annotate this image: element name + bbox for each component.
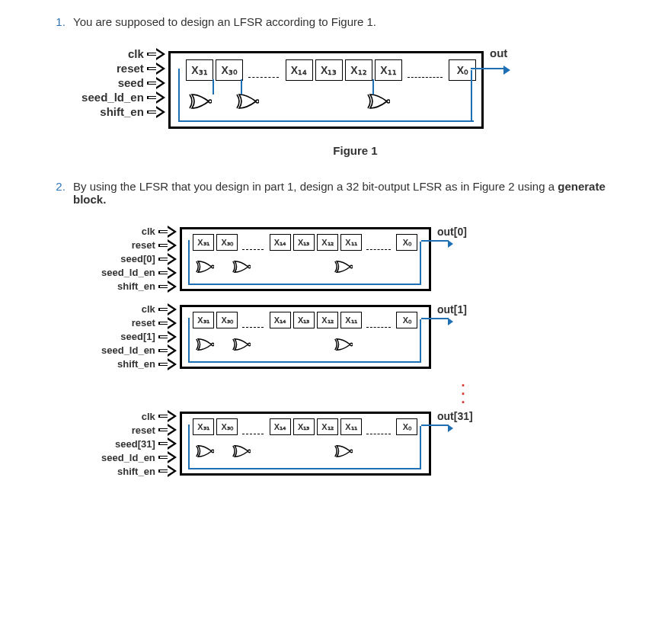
lfsr-instance-31: clk reset seed[31] seed_ld_en shift_en o… [180, 412, 431, 476]
seed-ld-en-label: seed_ld_en [101, 267, 155, 279]
reg-x31: X₃₁ [193, 418, 214, 435]
out1-label: out[1] [431, 303, 467, 316]
arrow-icon [147, 78, 165, 88]
feedback-wire [188, 361, 421, 363]
xor-gate-icon [196, 444, 214, 458]
reg-x31: X₃₁ [193, 312, 214, 328]
seed31-label: seed[31] [115, 438, 155, 450]
seed-label: seed [118, 76, 144, 90]
reg-x11: X₁₁ [340, 418, 362, 435]
reg-x31: X₃₁ [186, 59, 213, 81]
feedback-wire [188, 425, 190, 469]
figure-1-caption: Figure 1 [73, 144, 638, 157]
feedback-wire [188, 284, 421, 285]
out0-label: out[0] [431, 226, 467, 238]
xor-gate-icon [367, 93, 390, 110]
arrow-icon [158, 268, 177, 277]
svg-point-10 [248, 450, 251, 453]
xor-gate-icon [196, 338, 214, 351]
svg-point-0 [209, 100, 212, 103]
reg-x30: X₃₀ [216, 59, 243, 81]
seed-ld-en-label: seed_ld_en [82, 91, 144, 104]
svg-point-2 [387, 100, 390, 103]
vertical-ellipsis-icon: ... [290, 378, 638, 402]
question-1-text: You are supposed to design an LFSR accor… [73, 15, 376, 28]
tap-wire [213, 79, 214, 95]
out-arrowhead [448, 237, 453, 250]
question-2: By using the LFSR that you design in par… [69, 180, 638, 476]
reset-label: reset [132, 239, 155, 252]
arrow-icon [147, 50, 165, 59]
out-wire [421, 240, 449, 242]
feedback-wire [188, 468, 421, 469]
feedback-wire [420, 242, 421, 285]
svg-point-7 [248, 343, 251, 346]
clk-label: clk [128, 47, 144, 61]
seed-ld-en-label: seed_ld_en [101, 452, 155, 464]
seed0-label: seed[0] [120, 253, 155, 265]
ellipsis-dash [242, 434, 264, 434]
reset-label: reset [132, 317, 155, 329]
reg-x12: X₁₂ [317, 312, 338, 328]
reg-x14: X₁₄ [270, 418, 291, 435]
svg-point-8 [350, 343, 353, 346]
lfsr-instance-1: clk reset seed[1] seed_ld_en shift_en ou… [180, 305, 431, 369]
xor-gate-icon [189, 93, 212, 110]
reg-x13: X₁₃ [293, 312, 315, 328]
ellipsis-dash [242, 249, 264, 250]
arrow-icon [147, 107, 165, 117]
shift-en-label: shift_en [117, 466, 155, 478]
clk-label: clk [142, 226, 155, 238]
reg-x13: X₁₃ [315, 59, 343, 81]
reg-x0: X₀ [396, 234, 417, 251]
arrow-icon [158, 412, 177, 421]
reg-x14: X₁₄ [286, 59, 313, 81]
reset-label: reset [117, 62, 144, 75]
arrow-icon [147, 93, 165, 102]
out-wire [421, 425, 449, 426]
xor-gate-icon [334, 338, 353, 351]
reg-x11: X₁₁ [375, 59, 402, 81]
feedback-wire [188, 240, 190, 285]
arrow-icon [158, 319, 177, 328]
svg-point-3 [212, 265, 214, 268]
arrow-icon [158, 425, 177, 434]
svg-point-4 [248, 265, 251, 268]
out-wire [471, 68, 504, 69]
xor-gate-icon [232, 444, 251, 458]
reg-x13: X₁₃ [293, 418, 315, 435]
out-arrowhead [503, 64, 510, 77]
figure-1-lfsr: clk reset seed seed_ld_en shift_en out X… [168, 51, 484, 129]
arrow-icon [158, 305, 177, 314]
feedback-wire [178, 120, 474, 122]
seed1-label: seed[1] [120, 331, 155, 343]
reg-x14: X₁₄ [270, 234, 291, 251]
xor-gate-icon [236, 93, 259, 110]
ellipsis-dash [248, 77, 279, 78]
svg-point-11 [350, 450, 353, 453]
tap-wire [241, 79, 242, 95]
xor-gate-icon [196, 260, 214, 274]
svg-point-5 [350, 265, 353, 268]
clk-label: clk [142, 303, 155, 316]
reg-x12: X₁₂ [345, 59, 372, 81]
arrow-icon [158, 332, 177, 341]
svg-point-6 [212, 343, 214, 346]
out-wire [421, 318, 449, 319]
shift-en-label: shift_en [100, 105, 144, 119]
arrow-icon [158, 439, 177, 448]
feedback-wire [188, 318, 190, 363]
tap-wire [372, 79, 374, 95]
ellipsis-dash [366, 249, 391, 250]
reg-x11: X₁₁ [340, 234, 362, 251]
xor-gate-icon [334, 260, 353, 274]
feedback-wire-left [178, 69, 180, 122]
reg-x12: X₁₂ [317, 418, 338, 435]
arrow-icon [158, 453, 177, 462]
clk-label: clk [142, 411, 155, 423]
reg-x30: X₃₀ [216, 234, 238, 251]
arrow-icon [158, 466, 177, 476]
arrow-icon [147, 64, 165, 73]
shift-en-label: shift_en [117, 280, 155, 293]
feedback-wire-right [471, 70, 472, 122]
